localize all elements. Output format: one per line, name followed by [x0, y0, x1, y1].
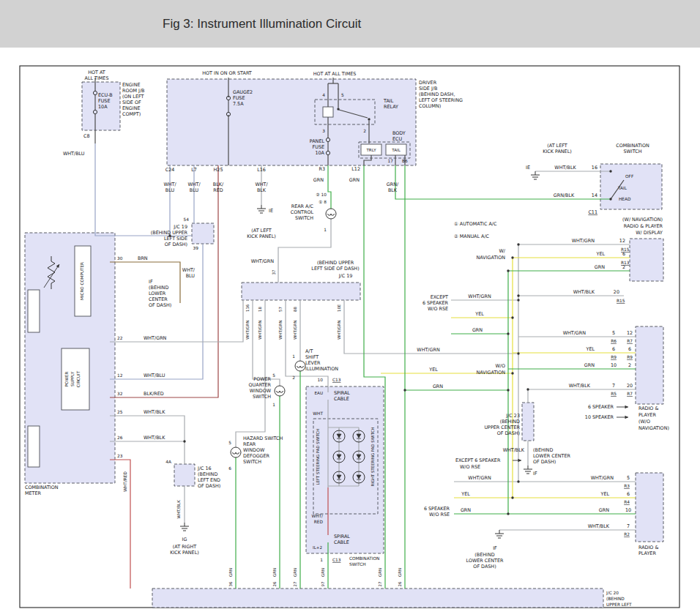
- label: WHT/BLK: [144, 435, 165, 441]
- jc19-bus-box: [242, 283, 360, 300]
- label: W/O RSE: [460, 464, 480, 470]
- label: 4A: [165, 460, 171, 464]
- junction-dot: [517, 352, 519, 354]
- label: CABLE: [334, 396, 349, 402]
- label: SWITCH: [243, 459, 261, 465]
- label: GRN: [398, 568, 402, 577]
- label: LOWER CENTER: [533, 453, 570, 459]
- label: RADIO & PLAYER: [624, 223, 663, 229]
- label: NAVIGATION): [638, 425, 669, 431]
- label: IF: [533, 471, 537, 477]
- label: 36: [228, 581, 233, 586]
- label: OF DASH): [165, 242, 187, 247]
- label: C8: [83, 133, 90, 139]
- label: LEFT STEERING PAD SWITCH: [316, 429, 320, 485]
- label: GRN/BLK: [554, 193, 575, 198]
- label: ② 10: [316, 193, 327, 197]
- label: LEFT OF STEERING: [419, 97, 463, 103]
- label: 26: [398, 581, 402, 586]
- label: POWER: [64, 372, 69, 387]
- label: NAVIGATION: [477, 255, 506, 261]
- label: GRN: [313, 177, 324, 183]
- label: ECU-B: [98, 92, 113, 98]
- label: PLAYER: [638, 550, 656, 556]
- label: COMBINATION: [25, 485, 59, 490]
- jc23-box: [522, 403, 534, 441]
- label: ALL TIMES: [85, 75, 109, 81]
- label: BLU: [186, 273, 196, 279]
- label: GRN/: [387, 182, 399, 187]
- wiring-diagram: HOT ATALL TIMESHOT IN ON OR STARTHOT AT …: [0, 0, 700, 609]
- label: R7: [627, 392, 633, 396]
- label: WHT/GRN: [144, 335, 167, 341]
- label: PLAYER: [638, 412, 656, 418]
- label: W/O: [495, 363, 505, 369]
- junction-dot: [507, 332, 509, 335]
- label: MICRO COMPUTER: [80, 262, 84, 300]
- label: BLU: [190, 187, 199, 193]
- junction-dot: [511, 256, 513, 258]
- label: HOT AT ALL TIMES: [313, 71, 357, 77]
- label: GAUGE2: [233, 89, 253, 95]
- label: RADIO &: [638, 545, 658, 550]
- label: YEL: [600, 491, 609, 497]
- label: (BEHIND: [606, 597, 625, 601]
- label: SWITCH: [253, 394, 271, 400]
- label: SWITCH: [349, 562, 366, 567]
- label: ② MANUAL A/C: [454, 233, 490, 239]
- label: LEFT SIDE OF DASH): [311, 266, 359, 272]
- label: CABLE: [334, 539, 349, 545]
- label: WHT/GRN: [251, 258, 275, 264]
- label: WHT/GRN: [468, 294, 491, 299]
- label: SIDE OF: [122, 100, 141, 105]
- junction-dot: [511, 316, 513, 318]
- jc20-bus-box: [152, 589, 603, 608]
- label: L16: [257, 167, 266, 173]
- label: 1: [324, 228, 327, 232]
- label: OFF: [625, 174, 633, 179]
- label: 39: [193, 246, 199, 250]
- label: OF DASH): [533, 459, 556, 465]
- label: NAVIGATION: [477, 370, 506, 376]
- label: WHT/GRN: [245, 321, 250, 340]
- label: GRN: [321, 568, 325, 577]
- label: OF DASH): [473, 564, 496, 569]
- label: SWITCH: [295, 215, 313, 221]
- label: 10A: [315, 150, 324, 156]
- label: 6: [228, 466, 231, 471]
- label: LEFT SIDE: [164, 236, 187, 242]
- label: 57: [278, 307, 283, 312]
- label: BLK/: [213, 182, 224, 187]
- junction-dot: [609, 198, 611, 200]
- label: LOWER CENTER: [466, 558, 504, 564]
- label: WHT: [313, 411, 323, 416]
- label: POWER: [253, 376, 271, 382]
- label: SPIRAL: [334, 534, 350, 539]
- label: EXCEPT: [431, 294, 448, 300]
- label: (BEHIND UPPER: [151, 230, 188, 236]
- junction-dot: [517, 480, 519, 482]
- junction-dot: [517, 243, 519, 245]
- label: R3: [624, 484, 630, 488]
- label: 6 SPEAKER: [424, 506, 450, 512]
- label: DEFOGGER: [243, 453, 270, 459]
- label: R2: [624, 532, 630, 537]
- label: WHT/: [187, 182, 201, 187]
- label: C11: [588, 209, 597, 215]
- label: WHT/GRN: [468, 475, 491, 481]
- label: ENGINE: [122, 82, 140, 88]
- meter-module: [28, 290, 40, 332]
- radio-nav-connector: [630, 239, 663, 281]
- label: TAIL: [383, 98, 394, 104]
- label: TAIL: [391, 148, 401, 152]
- label: COMBINATION: [616, 143, 649, 149]
- label: SUPPLY: [70, 371, 75, 386]
- label: W/O RSE: [429, 512, 450, 518]
- label: R7: [627, 339, 633, 343]
- label: 10A: [98, 104, 108, 110]
- label: W/ DISPLAY: [636, 230, 663, 236]
- label: (AT LEFT: [251, 228, 271, 233]
- label: 5: [627, 475, 630, 481]
- label: OF DASH): [149, 302, 171, 308]
- label: C13: [332, 378, 341, 382]
